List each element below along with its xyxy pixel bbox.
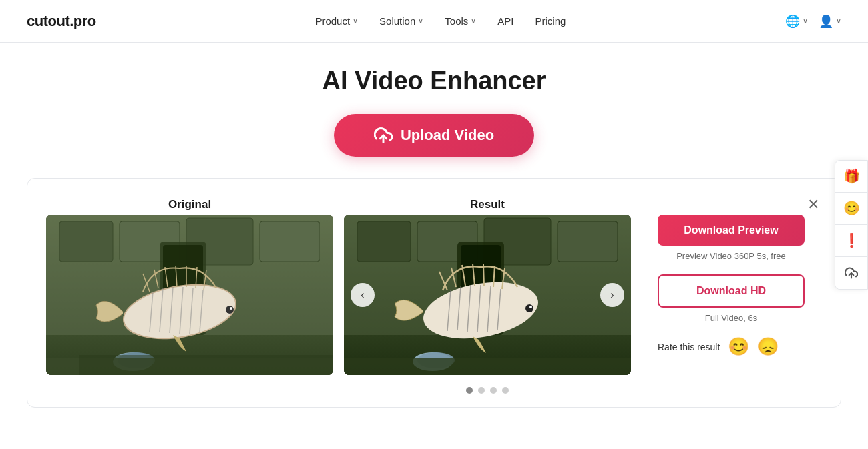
svg-rect-3 <box>59 221 113 262</box>
videos-row: ‹ › Download Preview Preview Video 360P … <box>46 215 822 375</box>
translate-icon: 🌐 <box>785 14 800 29</box>
hero-title: AI Video Enhancer <box>27 67 841 95</box>
alert-button[interactable]: ❗ <box>835 225 867 257</box>
nav-item-tools[interactable]: Tools ∨ <box>445 15 476 27</box>
column-labels: Original Result <box>46 198 631 211</box>
original-video-preview <box>46 215 333 375</box>
dot-1[interactable] <box>466 387 473 394</box>
side-float-panel: 🎁 😊 ❗ <box>835 160 868 290</box>
dot-2[interactable] <box>478 387 485 394</box>
upload-icon <box>374 126 393 145</box>
hd-info-text: Full Video, 6s <box>658 313 805 323</box>
download-hd-button[interactable]: Download HD <box>658 274 805 308</box>
user-menu-button[interactable]: 👤 ∨ <box>819 14 841 29</box>
svg-rect-29 <box>79 355 333 375</box>
svg-rect-6 <box>260 221 320 262</box>
prev-arrow-icon: ‹ <box>361 289 364 301</box>
upload-video-button[interactable]: Upload Video <box>334 114 534 157</box>
rate-happy-button[interactable]: 😊 <box>728 336 749 357</box>
gift-button[interactable]: 🎁 <box>835 161 867 193</box>
download-panel: Download Preview Preview Video 360P 5s, … <box>658 215 805 357</box>
next-video-button[interactable]: › <box>600 283 624 307</box>
svg-rect-32 <box>357 221 411 262</box>
upload-float-button[interactable] <box>835 257 867 289</box>
solution-chevron-icon: ∨ <box>418 17 423 25</box>
result-label: Result <box>344 198 631 211</box>
video-dots <box>344 387 631 394</box>
svg-point-18 <box>230 307 232 310</box>
upload-float-icon <box>845 266 858 280</box>
dot-4[interactable] <box>502 387 509 394</box>
nav-item-pricing[interactable]: Pricing <box>535 15 566 27</box>
card-header: Original Result ✕ <box>46 195 822 215</box>
close-button[interactable]: ✕ <box>805 195 822 215</box>
nav-links: Product ∨ Solution ∨ Tools ∨ API Pricing <box>315 15 566 27</box>
prev-video-button[interactable]: ‹ <box>351 283 375 307</box>
logo[interactable]: cutout.pro <box>27 13 96 30</box>
result-card: Original Result ✕ <box>27 178 841 408</box>
hero-section: AI Video Enhancer Upload Video <box>0 43 868 173</box>
original-label: Original <box>46 198 333 211</box>
user-chevron-icon: ∨ <box>836 17 841 25</box>
user-icon: 👤 <box>819 14 833 29</box>
nav-item-solution[interactable]: Solution ∨ <box>379 15 423 27</box>
tools-chevron-icon: ∨ <box>471 17 476 25</box>
download-preview-button[interactable]: Download Preview <box>658 215 805 246</box>
rate-row: Rate this result 😊 😞 <box>658 336 805 357</box>
svg-rect-56 <box>344 358 631 375</box>
svg-line-51 <box>483 264 484 286</box>
rate-label: Rate this result <box>658 342 720 352</box>
svg-point-17 <box>226 306 234 314</box>
product-chevron-icon: ∨ <box>353 17 358 25</box>
nav-item-product[interactable]: Product ∨ <box>315 15 358 27</box>
result-video-preview <box>344 215 631 375</box>
navbar: cutout.pro Product ∨ Solution ∨ Tools ∨ … <box>0 0 868 43</box>
nav-right: 🌐 ∨ 👤 ∨ <box>785 14 841 29</box>
svg-rect-35 <box>558 221 618 262</box>
translate-chevron-icon: ∨ <box>803 17 808 25</box>
original-video-panel <box>46 215 333 375</box>
next-arrow-icon: › <box>610 289 614 301</box>
svg-point-46 <box>529 306 532 308</box>
preview-info-text: Preview Video 360P 5s, free <box>658 251 805 261</box>
feedback-button[interactable]: 😊 <box>835 193 867 225</box>
nav-item-api[interactable]: API <box>497 15 513 27</box>
dot-3[interactable] <box>490 387 497 394</box>
rate-sad-button[interactable]: 😞 <box>757 336 779 357</box>
result-video-panel: ‹ › <box>344 215 631 375</box>
translate-button[interactable]: 🌐 ∨ <box>785 14 808 29</box>
svg-point-45 <box>525 304 533 312</box>
